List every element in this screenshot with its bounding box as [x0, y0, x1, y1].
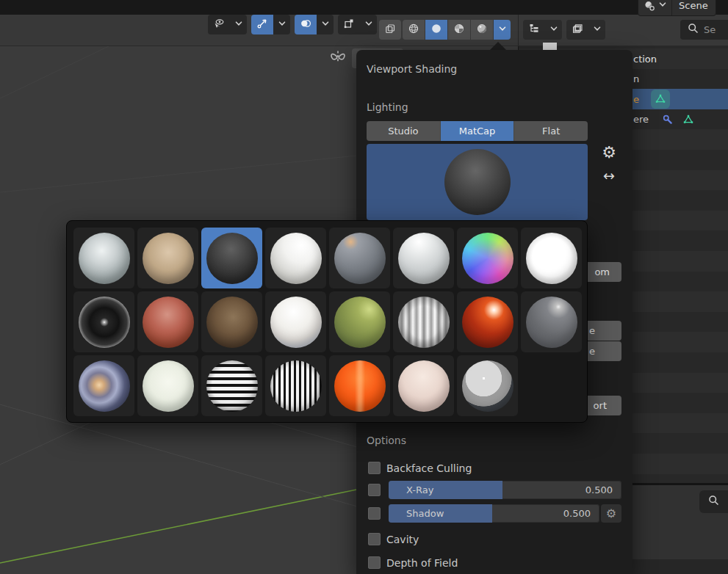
flip-horizontal-icon[interactable]: ↔	[599, 167, 619, 184]
matcap-item-basic-tan-clay[interactable]	[137, 228, 198, 288]
gear-icon[interactable]: ⚙	[601, 504, 621, 523]
matcap-item-porcelain[interactable]	[265, 291, 326, 352]
matcap-sphere	[462, 360, 513, 412]
option-label: Backface Culling	[386, 462, 472, 474]
chevron-down-icon	[497, 23, 508, 37]
matcap-sphere	[143, 297, 194, 348]
chevron-down-icon	[657, 0, 668, 13]
matcap-item-pink-skin[interactable]	[393, 355, 454, 416]
gizmo-toggle-dropdown[interactable]	[273, 15, 290, 34]
matcap-item-metal-blue-grey[interactable]	[329, 228, 390, 288]
lighting-section-label: Lighting	[367, 101, 408, 113]
overlays-toggle-dropdown[interactable]	[317, 15, 334, 34]
shading-rendered[interactable]	[471, 20, 493, 40]
matcap-item-silver-anisotropic[interactable]	[393, 291, 454, 352]
checkbox-backface-culling[interactable]	[368, 462, 381, 474]
snap-options-icon	[343, 18, 355, 32]
matcap-item-cream-soft[interactable]	[137, 355, 198, 416]
option-label: Depth of Field	[386, 557, 458, 569]
object-visibility-dropdown-dropdown[interactable]	[230, 15, 247, 34]
matcap-item-orange-glossy[interactable]	[329, 355, 390, 416]
scene-name: Scene	[672, 0, 716, 15]
snapping-options[interactable]	[338, 15, 360, 34]
image-stack-button[interactable]	[566, 20, 588, 40]
tree-view-button[interactable]	[523, 20, 545, 40]
matcap-sphere	[143, 360, 194, 412]
lighting-flat-tab[interactable]: Flat	[514, 121, 588, 141]
snapping-options-dropdown[interactable]	[360, 15, 377, 34]
matcap-item-stripes-horizontal[interactable]	[201, 355, 262, 416]
matcap-item-emission-white[interactable]	[521, 228, 582, 288]
properties-search-button[interactable]	[699, 490, 728, 513]
clipped-button-label: ort	[594, 400, 607, 411]
matcap-item-studio-blue-metal[interactable]	[73, 355, 134, 416]
scene-icon	[638, 0, 671, 15]
matcap-item-grey-matte[interactable]	[521, 291, 582, 352]
matcap-item-brown-clay[interactable]	[201, 291, 262, 352]
matcap-browser-popup	[66, 220, 588, 423]
editor-divider	[518, 15, 519, 46]
shading-wireframe[interactable]	[403, 20, 425, 40]
option-row-shadow: Shadow0.500⚙	[368, 504, 622, 523]
chevron-down-icon	[363, 18, 375, 32]
gear-icon[interactable]: ⚙	[599, 144, 619, 161]
checkbox-depth-of-field[interactable]	[368, 556, 381, 569]
matcap-item-normal-map[interactable]	[457, 228, 518, 288]
outliner-search-input[interactable]: Se	[680, 20, 728, 40]
x-ray-slider[interactable]: X-Ray0.500	[389, 481, 621, 499]
matcap-sphere	[526, 297, 577, 348]
chevron-down-icon	[233, 18, 245, 32]
matcap-item-basic-silver[interactable]	[73, 228, 134, 288]
scene-selector[interactable]: Scene	[638, 0, 716, 16]
chevron-down-icon	[276, 18, 288, 32]
matcap-item-toon-grey[interactable]	[457, 355, 518, 416]
checkbox-x-ray[interactable]	[368, 484, 381, 496]
matcap-item-pearl-glossy[interactable]	[393, 228, 454, 288]
object-visibility-dropdown[interactable]	[208, 15, 230, 34]
matcap-item-stripes-vertical[interactable]	[265, 355, 326, 416]
xray-toggle[interactable]	[379, 20, 401, 40]
lighting-matcap-tab[interactable]: MatCap	[441, 121, 515, 141]
shading-dropdown-button[interactable]	[494, 20, 511, 40]
matcap-item-basic-dark[interactable]	[201, 228, 262, 288]
lighting-studio-tab[interactable]: Studio	[367, 121, 441, 141]
matcap-sphere	[462, 297, 513, 348]
clipped-button-label: e	[589, 346, 595, 357]
shading-solid[interactable]	[425, 20, 447, 40]
matcap-sphere	[334, 360, 386, 412]
overlays-icon	[300, 18, 311, 32]
tree-view-icon	[528, 23, 540, 37]
matcap-item-basic-white[interactable]	[265, 228, 326, 288]
modifier-wrench-icon	[662, 114, 674, 126]
tree-view-dropdown[interactable]	[545, 20, 562, 40]
checkbox-cavity[interactable]	[368, 533, 381, 545]
matcap-item-red-glossy[interactable]	[457, 291, 518, 352]
matcap-item-black-outline[interactable]	[73, 291, 134, 352]
shading-material[interactable]	[448, 20, 470, 40]
checkbox-shadow[interactable]	[368, 507, 381, 520]
mirror-icon[interactable]	[325, 48, 350, 68]
matcap-sphere	[206, 297, 258, 348]
gizmo-arrow-icon	[256, 18, 268, 32]
shadow-slider[interactable]: Shadow0.500	[389, 504, 599, 523]
chevron-down-icon	[591, 23, 603, 37]
outliner-item-label: ction	[633, 54, 657, 65]
gizmo-toggle[interactable]	[251, 15, 273, 34]
overlays-toggle[interactable]	[295, 15, 317, 34]
option-row-backface-culling: Backface Culling	[368, 458, 622, 478]
popup-title: Viewport Shading	[367, 63, 457, 75]
matcap-item-olive-glossy[interactable]	[329, 291, 390, 352]
chevron-down-icon	[548, 23, 560, 37]
slider-value: 0.500	[563, 508, 591, 519]
solid-sphere-icon	[430, 23, 442, 37]
outliner-item-label: e	[633, 94, 639, 105]
matcap-item-terracotta-red[interactable]	[137, 291, 198, 352]
clipped-button-label: e	[589, 325, 595, 336]
matcap-sphere	[79, 297, 130, 348]
image-stack-dropdown[interactable]	[588, 20, 605, 40]
matcap-preview-button[interactable]	[367, 144, 588, 220]
clipped-button-label: om	[594, 266, 610, 277]
search-icon	[707, 494, 720, 509]
topbar: Scene	[0, 0, 728, 15]
lighting-segmented-control: StudioMatCapFlat	[367, 121, 588, 141]
